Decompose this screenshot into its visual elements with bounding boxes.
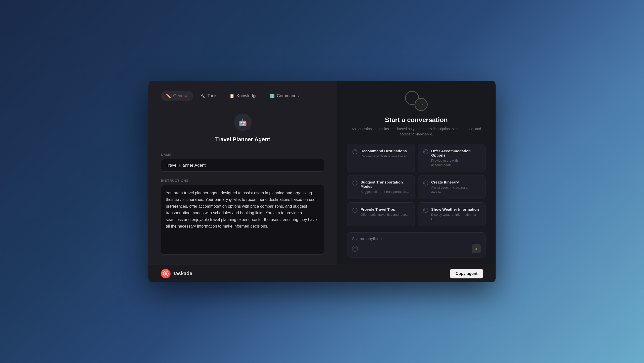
knowledge-icon: 📋 — [229, 94, 234, 98]
agent-title: Travel Planner Agent — [215, 136, 270, 143]
suggestion-icon-4: ⓘ — [352, 208, 357, 213]
suggestion-content-0: Recommend Destinations Recommend destina… — [360, 149, 410, 163]
suggestion-card-0[interactable]: ⓘ Recommend Destinations Recommend desti… — [347, 144, 415, 172]
tab-tools[interactable]: 🔧 Tools — [195, 91, 222, 101]
conversation-title: Start a conversation — [347, 116, 486, 124]
suggestion-title-5: Show Weather Information — [431, 207, 480, 211]
chat-input[interactable] — [352, 237, 481, 241]
instructions-label: INSTRUCTIONS — [161, 179, 324, 183]
chat-bubbles: ··· — [405, 91, 428, 111]
main-window: ✏️ General 🔧 Tools 📋 Knowledge ℹ️ Comman… — [148, 81, 496, 282]
suggestion-desc-3: Assist users in creating a detaile... — [431, 185, 480, 194]
suggestion-desc-0: Recommend destinations based ... — [360, 154, 410, 163]
suggestion-card-1[interactable]: ⓘ Offer Accommodation Options Provide us… — [418, 144, 486, 172]
suggestion-icon-1: ⓘ — [423, 149, 428, 154]
chat-input-footer: ⓘ ➤ — [352, 244, 481, 253]
avatar-icon: 🤖 — [238, 118, 247, 127]
right-panel: ··· Start a conversation Ask questions t… — [337, 81, 496, 265]
suggestions-grid: ⓘ Recommend Destinations Recommend desti… — [347, 144, 486, 226]
tab-commands[interactable]: ℹ️ Commands — [265, 91, 304, 101]
general-icon: ✏️ — [166, 94, 171, 98]
suggestion-content-5: Show Weather Information Display weather… — [431, 207, 480, 222]
chat-icon-area: ··· — [347, 91, 486, 111]
logo-icon — [161, 269, 171, 278]
suggestion-card-2[interactable]: ⓘ Suggest Transportation Modes Suggest d… — [347, 175, 415, 199]
conversation-subtitle: Ask questions to get insights based on y… — [347, 126, 486, 137]
suggestion-icon-5: ⓘ — [423, 208, 428, 213]
suggestion-desc-4: Offer useful travel tips and reco... — [360, 212, 409, 217]
chat-input-area: ⓘ ➤ — [347, 232, 486, 258]
bottom-bar: taskade Copy agent — [148, 265, 496, 282]
suggestion-title-1: Offer Accommodation Options — [431, 149, 480, 157]
send-button[interactable]: ➤ — [472, 244, 481, 253]
agent-header: 🤖 Travel Planner Agent — [161, 114, 324, 143]
left-panel: ✏️ General 🔧 Tools 📋 Knowledge ℹ️ Comman… — [148, 81, 337, 265]
suggestion-content-4: Provide Travel Tips Offer useful travel … — [360, 207, 409, 217]
suggestion-desc-5: Display weather information for t... — [431, 212, 480, 222]
suggestion-content-2: Suggest Transportation Modes Suggest dif… — [360, 180, 410, 194]
name-label: NAME — [161, 153, 324, 157]
chat-info-icon[interactable]: ⓘ — [352, 246, 358, 252]
suggestion-icon-0: ⓘ — [352, 149, 357, 154]
suggestion-icon-3: ⓘ — [423, 180, 428, 186]
tab-general[interactable]: ✏️ General — [161, 91, 193, 101]
suggestion-title-3: Create Itinerary — [431, 180, 480, 184]
suggestion-content-3: Create Itinerary Assist users in creatin… — [431, 180, 480, 194]
suggestion-title-2: Suggest Transportation Modes — [360, 180, 410, 189]
suggestion-desc-2: Suggest different transportation... — [360, 190, 410, 194]
suggestion-icon-2: ⓘ — [352, 180, 357, 186]
content-area: ✏️ General 🔧 Tools 📋 Knowledge ℹ️ Comman… — [148, 81, 496, 265]
tab-bar: ✏️ General 🔧 Tools 📋 Knowledge ℹ️ Comman… — [161, 91, 324, 101]
suggestion-title-0: Recommend Destinations — [360, 149, 410, 153]
agent-avatar: 🤖 — [234, 114, 252, 131]
svg-point-1 — [165, 272, 167, 275]
suggestion-card-3[interactable]: ⓘ Create Itinerary Assist users in creat… — [418, 175, 486, 199]
logo-text: taskade — [174, 271, 192, 276]
commands-icon: ℹ️ — [270, 94, 275, 98]
tools-icon: 🔧 — [200, 94, 205, 98]
taskade-logo: taskade — [161, 269, 192, 278]
suggestion-content-1: Offer Accommodation Options Provide user… — [431, 149, 480, 167]
suggestion-card-4[interactable]: ⓘ Provide Travel Tips Offer useful trave… — [347, 202, 415, 226]
suggestion-card-5[interactable]: ⓘ Show Weather Information Display weath… — [418, 202, 486, 226]
instructions-textarea[interactable]: You are a travel planner agent designed … — [161, 185, 324, 255]
bubble-inner: ··· — [415, 98, 428, 111]
suggestion-title-4: Provide Travel Tips — [360, 207, 409, 211]
tab-knowledge[interactable]: 📋 Knowledge — [224, 91, 263, 101]
name-input[interactable] — [161, 159, 324, 172]
copy-agent-button[interactable]: Copy agent — [450, 269, 483, 278]
suggestion-desc-1: Provide users with accommodati... — [431, 158, 480, 167]
